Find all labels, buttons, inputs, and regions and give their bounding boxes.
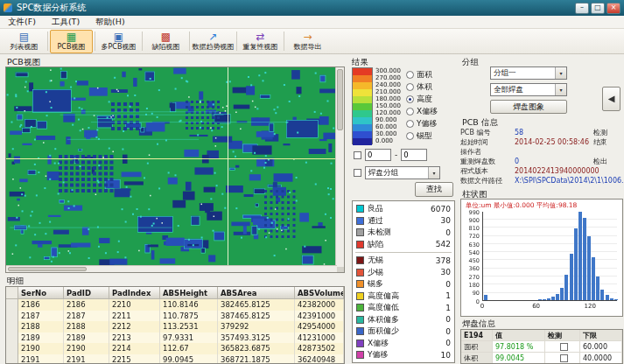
row-selector-gutter[interactable] — [6, 311, 18, 322]
legend-label: 高度偏低 — [368, 302, 442, 313]
legend-item[interactable]: 未检测0 — [353, 227, 454, 239]
legend-item[interactable]: 锡多0 — [353, 278, 454, 290]
table-row[interactable]: 219021902214112.67365823.687542873502 — [6, 343, 344, 354]
inspect-checkbox[interactable] — [560, 354, 568, 362]
pcb-canvas[interactable] — [6, 67, 337, 267]
legend-item[interactable]: X偏移0 — [353, 338, 454, 350]
pcb-vertical-scrollbar[interactable] — [335, 67, 344, 267]
row-selector-gutter[interactable] — [6, 343, 18, 354]
toolbar-button-4[interactable]: ↗数据趋势视图 — [192, 30, 235, 53]
pad-group-select[interactable]: 焊盘分组 ▾ — [365, 166, 440, 179]
table-row[interactable]: 218721872211110.7875387465.812542391000 — [6, 311, 344, 322]
pcb-info-label-2: 检测 — [593, 128, 607, 137]
metric-option-3[interactable]: X偏移 — [406, 105, 438, 117]
legend-color-swatch — [356, 304, 364, 312]
toolbar-button-1[interactable]: ▦PCB视图 — [50, 30, 93, 53]
legend-item[interactable]: 体积偏多0 — [353, 314, 454, 326]
legend-item[interactable]: 面积偏少0 — [353, 326, 454, 338]
toolbar-button-2[interactable]: ▣多PCB视图 — [97, 30, 140, 53]
radio-button[interactable] — [406, 95, 414, 103]
toolbar-separator — [284, 32, 284, 51]
range-min-input[interactable] — [365, 149, 391, 161]
table-cell: 2213 — [109, 332, 160, 344]
pad-info-check-cell — [545, 341, 580, 352]
column-header[interactable]: ABSHeight — [160, 287, 218, 298]
result-legend-list: 良品6070通过30未检测0缺陷542无锡378少锡30锡多0高度偏高1高度偏低… — [352, 200, 455, 363]
legend-label: 良品 — [368, 203, 427, 214]
scrollbar-thumb[interactable] — [337, 69, 343, 130]
row-selector-gutter[interactable] — [6, 299, 18, 311]
legend-count: 378 — [436, 256, 451, 265]
table-cell: 2190 — [18, 343, 64, 354]
list-view-icon: ▤ — [19, 32, 29, 43]
toolbar-button-0[interactable]: ▤列表视图 — [3, 30, 46, 53]
column-header[interactable]: ABSArea — [218, 287, 295, 298]
column-header[interactable]: ABSVolume — [295, 287, 344, 298]
pad-group-checkbox[interactable] — [354, 169, 361, 177]
inspect-checkbox[interactable] — [560, 343, 568, 351]
maximize-button[interactable]: □ — [591, 3, 605, 14]
column-header[interactable]: PadID — [64, 287, 109, 298]
radio-button[interactable] — [406, 71, 414, 79]
row-selector-gutter[interactable] — [6, 354, 18, 364]
metric-label: 高度 — [417, 94, 432, 105]
search-button[interactable]: 查找 — [415, 182, 453, 197]
metric-option-2[interactable]: 高度 — [406, 93, 438, 105]
legend-color-swatch — [356, 228, 364, 236]
table-row[interactable]: 21892189221397.9331357493.312541231000 — [6, 332, 344, 344]
range-filter-checkbox[interactable] — [354, 151, 361, 159]
table-row[interactable]: 218621862210110.8146382465.812542382000 — [6, 299, 344, 311]
pcb-info-label: 程式版本 — [460, 166, 515, 176]
chevron-down-icon: ▾ — [555, 84, 566, 95]
histogram-bar — [564, 275, 568, 300]
toolbar-button-6[interactable]: →数据导出 — [286, 30, 329, 53]
legend-item[interactable]: 高度偏高1 — [353, 290, 454, 303]
legend-item[interactable]: 良品6070 — [353, 203, 454, 215]
pad-filter-select[interactable]: 全部焊盘 ▾ — [490, 83, 567, 96]
radio-button[interactable] — [406, 132, 414, 140]
group-select[interactable]: 分组一 ▾ — [490, 66, 567, 80]
metric-option-5[interactable]: 锡型 — [406, 130, 438, 142]
legend-item[interactable]: 无锡378 — [353, 255, 454, 267]
legend-item[interactable]: 高度偏低1 — [353, 302, 454, 314]
radio-button[interactable] — [406, 108, 414, 116]
range-filter-row: - — [354, 149, 427, 161]
histogram-bar — [600, 290, 604, 300]
metric-label: 锡型 — [417, 130, 432, 142]
pad-image-button[interactable]: 焊盘图象 — [490, 100, 567, 114]
table-cell: 112.67 — [160, 343, 218, 354]
metric-option-0[interactable]: 面积 — [406, 68, 438, 80]
pcb-info-row: 数据文件路径X:\SPI\SPCData\2014\2\1\1006.swl — [460, 176, 623, 186]
histogram-bar — [556, 294, 559, 300]
menu-item-0[interactable]: 文件(F) — [0, 16, 44, 29]
table-row[interactable]: 21912191221599.0945368721.187536240948 — [6, 354, 344, 364]
metric-option-4[interactable]: Y偏移 — [406, 117, 438, 130]
close-button[interactable]: × — [606, 3, 620, 14]
menu-item-1[interactable]: 工具(T) — [44, 16, 88, 29]
toolbar-button-5[interactable]: ⇄重复性视图 — [239, 30, 282, 53]
y-tick-label: 990 — [469, 209, 480, 216]
row-selector-gutter[interactable] — [6, 321, 18, 332]
defect-view-icon: ▩ — [161, 32, 171, 43]
radio-button[interactable] — [406, 83, 414, 91]
legend-item[interactable]: 少锡30 — [353, 267, 454, 279]
metric-option-1[interactable]: 体积 — [406, 80, 438, 93]
table-row[interactable]: 218821882212113.253137929242954000 — [6, 321, 344, 332]
minimize-button[interactable]: – — [575, 3, 589, 14]
legend-item[interactable]: 缺陷542 — [353, 239, 454, 251]
legend-item[interactable]: Y偏移10 — [353, 349, 454, 361]
pcb-horizontal-scrollbar[interactable] — [6, 265, 337, 272]
legend-item[interactable]: 通过30 — [353, 215, 454, 228]
menu-item-2[interactable]: 帮助(H) — [88, 16, 133, 29]
row-selector-gutter[interactable] — [6, 332, 18, 344]
toolbar-button-label: 列表视图 — [11, 43, 39, 51]
scrollbar-thumb[interactable] — [8, 267, 87, 271]
toolbar-button-3[interactable]: ▩缺陷视图 — [144, 30, 187, 53]
column-header[interactable]: PadIndex — [109, 287, 160, 298]
y-tick-label: 360 — [469, 265, 480, 272]
column-header[interactable]: SerNo — [18, 287, 64, 298]
range-max-input[interactable] — [401, 149, 427, 161]
back-arrow-button[interactable]: ◀ — [602, 87, 620, 111]
radio-button[interactable] — [406, 120, 414, 128]
table-cell: 2211 — [109, 311, 160, 322]
